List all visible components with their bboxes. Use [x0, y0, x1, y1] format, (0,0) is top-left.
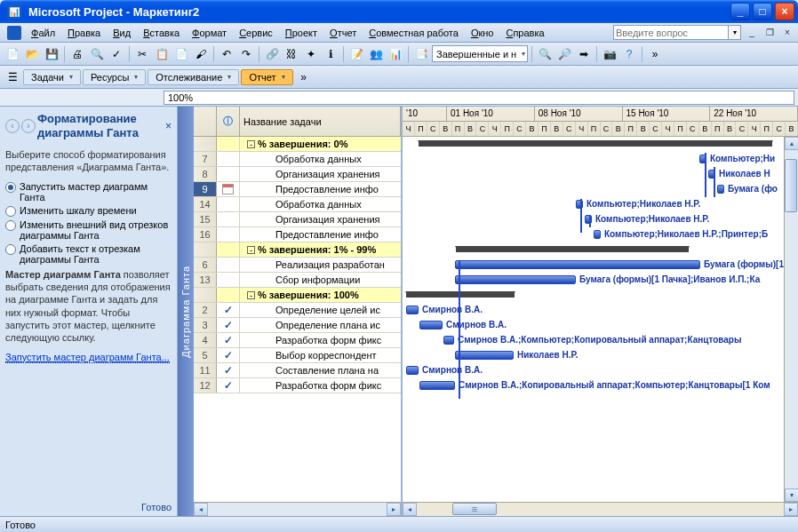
mdi-maximize-button[interactable]: ❐ [762, 27, 777, 39]
task-name-cell[interactable]: Организация хранения [240, 167, 401, 181]
task-row[interactable]: 3✓Определение плана ис [194, 318, 401, 333]
task-name-cell[interactable]: Определение целей ис [240, 303, 401, 317]
link-button[interactable]: 🔗 [263, 45, 281, 63]
app-menu-icon[interactable] [7, 26, 21, 40]
menu-Правка[interactable]: Правка [61, 26, 107, 40]
group-row[interactable]: -% завершения: 0% [194, 137, 401, 152]
row-number[interactable]: 4 [194, 333, 217, 347]
toolbar-options[interactable]: » [646, 45, 664, 63]
table-hscroll[interactable]: ◂ ▸ [194, 502, 401, 516]
task-row[interactable]: 2✓Определение целей ис [194, 303, 401, 318]
radio-option-1[interactable]: Изменить шкалу времени [5, 205, 172, 217]
redo-button[interactable]: ↷ [237, 45, 255, 63]
guide-forward-button[interactable]: › [21, 119, 36, 133]
copy-picture-button[interactable]: 📷 [601, 45, 618, 63]
task-row[interactable]: 15Организация хранения [194, 212, 401, 227]
task-name-cell[interactable]: Реализация разработан [240, 258, 401, 272]
menu-Совместная работа[interactable]: Совместная работа [363, 26, 465, 40]
gantt-bar[interactable] [406, 366, 419, 375]
notes-button[interactable]: 📝 [347, 45, 365, 63]
menu-Формат[interactable]: Формат [186, 26, 233, 40]
summary-bar[interactable] [456, 246, 689, 252]
row-number[interactable]: 13 [194, 273, 217, 287]
row-number[interactable] [194, 137, 217, 151]
minimize-button[interactable]: _ [730, 3, 750, 20]
info-button[interactable]: ℹ [322, 45, 339, 63]
task-row[interactable]: 11✓Составление плана на [194, 363, 401, 378]
open-button[interactable]: 📂 [23, 45, 41, 63]
gantt-bar[interactable] [406, 306, 419, 314]
task-row[interactable]: 16Предоставление инфо [194, 227, 401, 242]
gantt-bar[interactable] [455, 260, 700, 269]
row-number[interactable]: 7 [194, 152, 217, 166]
menu-Сервис[interactable]: Сервис [233, 26, 279, 40]
task-name-cell[interactable]: Разработка форм фикс [240, 378, 401, 393]
assign-button[interactable]: 👥 [367, 45, 385, 63]
guide-close-button[interactable]: × [165, 120, 172, 132]
row-number[interactable]: 11 [194, 363, 217, 377]
mdi-close-button[interactable]: × [780, 27, 794, 39]
task-row[interactable]: 4✓Разработка форм фикс [194, 333, 401, 348]
gantt-bar[interactable] [419, 321, 443, 330]
mdi-restore-button[interactable]: _ [745, 27, 759, 39]
task-name-cell[interactable]: Составление плана на [240, 363, 401, 377]
group-combo[interactable]: Завершенные и н [432, 45, 528, 62]
timescale-header[interactable]: '1001 Ноя '1008 Ноя '1015 Ноя '1022 Ноя … [403, 107, 798, 137]
task-row[interactable]: 7Обработка данных [194, 152, 401, 167]
split-button[interactable]: ✦ [302, 45, 320, 63]
help-search-dropdown[interactable]: ▾ [729, 25, 741, 40]
scroll-left-button[interactable]: ◂ [194, 503, 208, 516]
gantt-bar[interactable] [455, 351, 514, 360]
row-number[interactable]: 2 [194, 303, 217, 317]
run-wizard-link[interactable]: Запустить мастер диаграмм Ганта... [5, 352, 170, 363]
tracking-view-button[interactable]: Отслеживание▾ [148, 69, 239, 85]
info-col-header[interactable]: ⓘ [217, 107, 240, 136]
menu-Вставка[interactable]: Вставка [137, 26, 186, 40]
view-tab[interactable]: Диаграмма Ганта [178, 107, 194, 516]
row-number[interactable]: 16 [194, 227, 217, 242]
gantt-scroll-left[interactable]: ◂ [403, 503, 417, 516]
task-name-cell[interactable]: Разработка форм фикс [240, 333, 401, 347]
gantt-body[interactable]: Компьютер;НиНиколаев НБумага (фоКомпьюте… [403, 137, 798, 502]
task-row[interactable]: 5✓Выбор корреспондент [194, 348, 401, 363]
scroll-up-button[interactable]: ▴ [785, 137, 798, 150]
radio-option-2[interactable]: Изменить внешний вид отрезков диаграммы … [5, 219, 172, 241]
summary-bar[interactable] [419, 140, 772, 147]
unlink-button[interactable]: ⛓ [283, 45, 300, 63]
gantt-bar[interactable] [419, 381, 455, 390]
menu-Проект[interactable]: Проект [279, 26, 323, 40]
gantt-bar[interactable] [717, 185, 724, 194]
task-name-cell[interactable]: Предоставление инфо [240, 182, 401, 196]
group-row[interactable]: -% завершения: 100% [194, 288, 401, 303]
summary-bar[interactable] [406, 291, 515, 298]
row-number[interactable]: 6 [194, 258, 217, 272]
row-number[interactable]: 3 [194, 318, 217, 332]
task-name-cell[interactable]: -% завершения: 0% [240, 137, 401, 151]
collapse-icon[interactable]: - [247, 291, 255, 299]
task-name-cell[interactable]: Организация хранения [240, 212, 401, 226]
tasks-view-button[interactable]: Задачи▾ [23, 69, 81, 85]
toolbar2-options[interactable]: » [295, 68, 313, 86]
entry-field[interactable]: 100% [164, 91, 794, 105]
row-number[interactable]: 5 [194, 348, 217, 362]
paste-button[interactable]: 📄 [172, 45, 190, 63]
task-name-cell[interactable]: Сбор информации [240, 273, 401, 287]
row-number[interactable]: 12 [194, 378, 217, 393]
gantt-bar[interactable] [594, 230, 601, 239]
menu-Окно[interactable]: Окно [465, 26, 500, 40]
help-search-input[interactable] [613, 25, 729, 40]
task-name-cell[interactable]: Выбор корреспондент [240, 348, 401, 362]
menu-Файл[interactable]: Файл [25, 26, 61, 40]
gantt-hscroll[interactable]: ◂ ≡ ▸ [403, 502, 798, 516]
radio-option-3[interactable]: Добавить текст к отрезкам диаграммы Гант… [5, 243, 172, 265]
guide-toggle-button[interactable]: ☰ [4, 68, 21, 86]
task-row[interactable]: 8Организация хранения [194, 167, 401, 182]
row-number[interactable]: 8 [194, 167, 217, 181]
name-col-header[interactable]: Название задачи [240, 107, 401, 136]
task-row[interactable]: 9Предоставление инфо [194, 182, 401, 197]
hscroll-thumb[interactable]: ≡ [452, 503, 497, 515]
row-number[interactable] [194, 242, 217, 257]
row-num-header[interactable] [194, 107, 217, 136]
row-number[interactable] [194, 288, 217, 302]
collapse-icon[interactable]: - [247, 246, 255, 254]
